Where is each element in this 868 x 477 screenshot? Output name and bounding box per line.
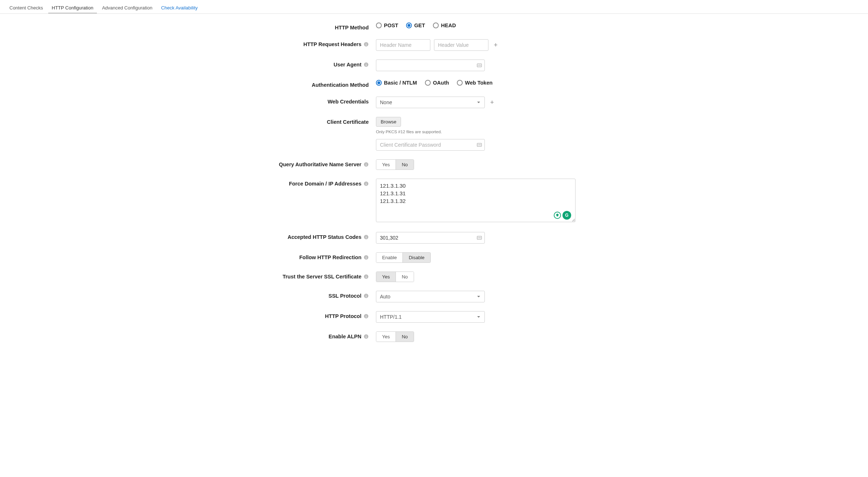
radio-web-token[interactable]: Web Token (457, 80, 492, 86)
label-http-protocol: HTTP Protocol (325, 313, 361, 319)
radio-dot-icon (406, 23, 412, 28)
ssl-protocol-select[interactable]: Auto (376, 291, 485, 302)
chevron-down-icon (476, 315, 481, 319)
chevron-down-icon (476, 294, 481, 299)
radio-label: POST (384, 23, 398, 28)
client-cert-hint: Only PKCS #12 files are supported. (376, 130, 626, 134)
info-icon[interactable]: i (364, 235, 369, 240)
radio-oauth[interactable]: OAuth (425, 80, 449, 86)
toggle-no[interactable]: No (396, 332, 414, 342)
svg-text:i: i (366, 256, 367, 260)
radio-head[interactable]: HEAD (433, 23, 456, 28)
grammarly-overlay: G (554, 211, 571, 220)
label-client-cert: Client Certificate (242, 117, 376, 125)
toggle-yes[interactable]: Yes (376, 332, 396, 342)
toggle-disable[interactable]: Disable (402, 253, 430, 262)
select-value: HTTP/1.1 (380, 314, 402, 320)
variable-picker-icon[interactable] (477, 63, 482, 68)
http-config-form: HTTP Method POST GET HEAD HTTP Request (234, 14, 634, 372)
svg-text:i: i (366, 236, 367, 239)
client-cert-password-input[interactable] (376, 139, 485, 151)
tab-content-checks[interactable]: Content Checks (6, 3, 47, 13)
add-credential-button[interactable]: + (488, 99, 496, 106)
web-credentials-select[interactable]: None (376, 97, 485, 108)
label-query-ans: Query Authoritative Name Server (279, 162, 361, 167)
label-force-ip: Force Domain / IP Addresses (289, 181, 361, 187)
label-trust-ssl: Trust the Server SSL Certificate (283, 274, 361, 280)
info-icon[interactable]: i (364, 181, 369, 186)
tab-http-configuration[interactable]: HTTP Configuration (48, 3, 97, 13)
svg-text:i: i (366, 335, 367, 339)
info-icon[interactable]: i (364, 314, 369, 319)
toggle-no[interactable]: No (396, 160, 414, 170)
variable-picker-icon[interactable] (477, 142, 482, 147)
trust-ssl-toggle: Yes No (376, 272, 414, 282)
force-ip-textarea[interactable] (376, 179, 576, 222)
radio-dot-icon (376, 80, 382, 86)
enable-alpn-toggle: Yes No (376, 331, 414, 342)
chevron-down-icon (476, 100, 481, 105)
label-web-credentials: Web Credentials (242, 97, 376, 105)
query-ans-toggle: Yes No (376, 159, 414, 170)
follow-redir-toggle: Enable Disable (376, 252, 431, 263)
svg-text:i: i (366, 275, 367, 279)
tab-advanced-configuration[interactable]: Advanced Configuration (98, 3, 156, 13)
radio-dot-icon (425, 80, 431, 86)
header-name-input[interactable] (376, 39, 430, 51)
select-value: None (380, 99, 392, 105)
tab-bar: Content Checks HTTP Configuration Advanc… (0, 0, 868, 14)
svg-text:i: i (366, 63, 367, 67)
radio-dot-icon (457, 80, 463, 86)
label-auth-method: Authentication Method (242, 80, 376, 88)
http-protocol-select[interactable]: HTTP/1.1 (376, 311, 485, 323)
label-enable-alpn: Enable ALPN (328, 334, 361, 339)
label-status-codes: Accepted HTTP Status Codes (287, 234, 361, 240)
toggle-no[interactable]: No (396, 272, 414, 282)
info-icon[interactable]: i (364, 42, 369, 47)
browse-button[interactable]: Browse (376, 117, 401, 127)
label-ssl-protocol: SSL Protocol (328, 293, 361, 299)
label-http-headers: HTTP Request Headers (303, 41, 361, 47)
radio-dot-icon (376, 23, 382, 28)
select-value: Auto (380, 294, 390, 299)
toggle-yes[interactable]: Yes (376, 272, 396, 282)
info-icon[interactable]: i (364, 274, 369, 279)
variable-picker-icon[interactable] (477, 235, 482, 240)
toggle-enable[interactable]: Enable (376, 253, 402, 262)
svg-text:i: i (366, 315, 367, 318)
tab-check-availability[interactable]: Check Availability (157, 3, 201, 13)
radio-get[interactable]: GET (406, 23, 425, 28)
add-header-button[interactable]: + (492, 41, 499, 49)
radio-post[interactable]: POST (376, 23, 398, 28)
radio-label: HEAD (441, 23, 456, 28)
label-user-agent: User Agent (333, 62, 361, 68)
radio-basic-ntlm[interactable]: Basic / NTLM (376, 80, 417, 86)
grammarly-bulb-icon[interactable] (554, 212, 561, 219)
info-icon[interactable]: i (364, 293, 369, 298)
auth-method-radio-group: Basic / NTLM OAuth Web Token (376, 80, 492, 86)
label-http-method: HTTP Method (242, 23, 376, 30)
svg-text:i: i (366, 182, 367, 186)
status-codes-input[interactable] (376, 232, 485, 244)
info-icon[interactable]: i (364, 162, 369, 167)
radio-dot-icon (433, 23, 439, 28)
grammarly-icon[interactable]: G (562, 211, 571, 220)
label-follow-redir: Follow HTTP Redirection (299, 254, 361, 260)
radio-label: Basic / NTLM (384, 80, 417, 86)
info-icon[interactable]: i (364, 255, 369, 260)
svg-text:i: i (366, 163, 367, 167)
toggle-yes[interactable]: Yes (376, 160, 396, 170)
svg-text:i: i (366, 294, 367, 298)
user-agent-input[interactable] (376, 60, 485, 71)
header-value-input[interactable] (434, 39, 488, 51)
svg-text:i: i (366, 43, 367, 46)
radio-label: GET (414, 23, 425, 28)
radio-label: OAuth (433, 80, 449, 86)
info-icon[interactable]: i (364, 62, 369, 67)
info-icon[interactable]: i (364, 334, 369, 339)
radio-label: Web Token (465, 80, 492, 86)
http-method-radio-group: POST GET HEAD (376, 23, 456, 28)
